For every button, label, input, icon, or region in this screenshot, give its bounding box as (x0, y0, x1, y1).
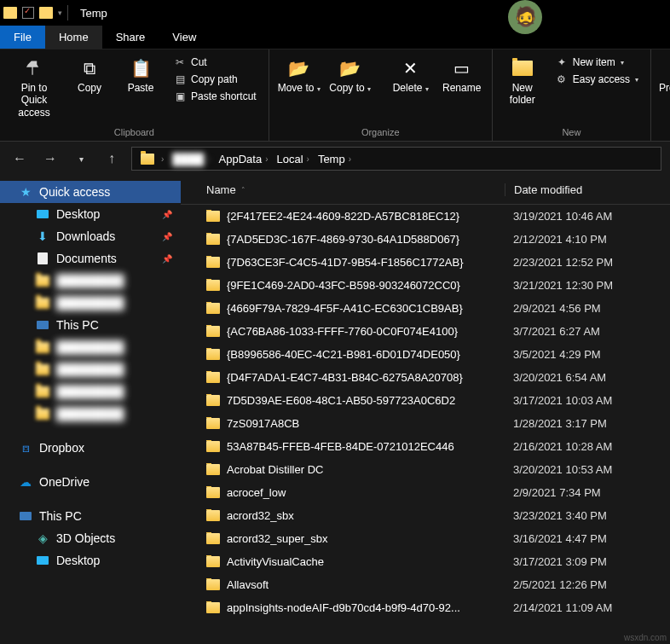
file-row[interactable]: 7D5D39AE-E608-48C1-AB50-597723A0C6D23/17… (181, 389, 670, 412)
folder-icon (206, 464, 220, 475)
copy-path-button[interactable]: ▤Copy path (170, 72, 260, 87)
file-row[interactable]: 53A87B45-FFEB-4FEB-84DE-0721012EC4462/16… (181, 435, 670, 458)
tab-file[interactable]: File (0, 26, 45, 49)
file-row[interactable]: ActivityVisualCache3/17/2021 3:09 PM (181, 550, 670, 573)
label: Copy path (191, 73, 238, 85)
sort-arrow-icon: ˄ (241, 186, 245, 194)
sidebar-item-desktop[interactable]: Desktop📌 (0, 203, 181, 225)
pin-to-quick-access-button[interactable]: Pin to Quick access (5, 53, 63, 122)
folder-icon (206, 441, 220, 452)
sidebar-item-onedrive[interactable]: ☁OneDrive (0, 471, 181, 493)
up-button[interactable]: ↑ (101, 148, 123, 170)
paste-button[interactable]: 📋 Paste (116, 53, 165, 97)
back-button[interactable]: ← (9, 148, 31, 170)
dropbox-icon: ⧈ (19, 441, 32, 455)
sidebar-item-blur5[interactable]: ████████ (0, 380, 181, 403)
breadcrumb-segment[interactable]: ████› (169, 153, 213, 165)
file-name: {D4F7ADA1-E4C7-4B31-B84C-6275A8A20708} (227, 371, 463, 384)
label: ████████ (56, 363, 124, 376)
chevron-down-icon: ▾ (317, 85, 321, 93)
history-dropdown[interactable]: ▾ (70, 148, 92, 170)
folder-icon (206, 234, 220, 245)
label: OneDrive (39, 475, 90, 489)
label: Paste (128, 82, 154, 94)
sidebar-item-downloads[interactable]: ⬇Downloads📌 (0, 225, 181, 247)
file-row[interactable]: 7zS0917A8CB1/28/2021 3:17 PM (181, 412, 670, 435)
sidebar-item-thispc2[interactable]: This PC (0, 505, 181, 527)
sidebar-item-documents[interactable]: Documents📌 (0, 247, 181, 270)
tab-view[interactable]: View (159, 26, 210, 49)
file-name: Acrobat Distiller DC (227, 463, 323, 476)
copy-to-button[interactable]: 📂 Copy to ▾ (326, 53, 375, 97)
breadcrumb-segment[interactable]: Temp› (315, 153, 355, 165)
file-row[interactable]: {2F417EE2-4E24-4609-822D-A57BC818EC12}3/… (181, 205, 670, 228)
file-row[interactable]: {B8996586-40EC-4C21-B981-6D01D74DE050}3/… (181, 343, 670, 366)
file-row[interactable]: {4669F79A-7829-4F5F-A41C-EC630C1CB9AB}2/… (181, 297, 670, 320)
sidebar-item-thispc1[interactable]: This PC (0, 314, 181, 336)
properties-button[interactable]: ✔ Properties ▾ (656, 53, 670, 97)
file-list[interactable]: {2F417EE2-4E24-4609-822D-A57BC818EC12}3/… (181, 205, 670, 644)
new-item-button[interactable]: ✦New item ▾ (552, 55, 642, 70)
label: Local (276, 153, 303, 165)
folder-icon (36, 274, 49, 287)
column-header-date[interactable]: Date modified (505, 183, 670, 196)
file-row[interactable]: {7D63CE3F-C4C5-41D7-9B54-F1856C1772AB}2/… (181, 251, 670, 274)
tab-share[interactable]: Share (102, 26, 159, 49)
sidebar-item-dropbox[interactable]: ⧈Dropbox (0, 437, 181, 459)
file-row[interactable]: appInsights-nodeAIF-d9b70cd4-b9f9-4d70-9… (181, 596, 670, 619)
file-row[interactable]: {7AD5ED3C-167F-4869-9730-64A1D588D067}2/… (181, 228, 670, 251)
file-date: 3/5/2021 4:29 PM (505, 348, 670, 361)
label: New item (573, 56, 615, 68)
file-date: 3/20/2021 6:54 AM (505, 371, 670, 384)
new-folder-button[interactable]: New folder (498, 53, 547, 110)
file-row[interactable]: {AC76BA86-1033-FFFF-7760-0C0F074E4100}3/… (181, 320, 670, 343)
rename-button[interactable]: ▭ Rename (437, 53, 487, 97)
label: Temp (318, 153, 345, 165)
sidebar-item-blur2[interactable]: ████████ (0, 292, 181, 314)
sidebar-item-quick-access[interactable]: ★Quick access (0, 181, 181, 203)
download-icon: ⬇ (36, 229, 49, 243)
file-row[interactable]: Acrobat Distiller DC3/20/2021 10:53 AM (181, 458, 670, 481)
file-name: Allavsoft (227, 578, 269, 591)
sidebar-item-blur1[interactable]: ████████ (0, 270, 181, 292)
qab-dropdown-icon[interactable]: ▾ (58, 9, 62, 17)
file-row[interactable]: {D4F7ADA1-E4C7-4B31-B84C-6275A8A20708}3/… (181, 366, 670, 389)
file-date: 2/14/2021 11:09 AM (505, 601, 670, 614)
sidebar-item-desktop2[interactable]: Desktop (0, 549, 181, 571)
move-to-button[interactable]: 📂 Move to ▾ (274, 53, 324, 97)
file-name: {9FE1C469-2AD0-43FC-B598-903246072CC0} (227, 279, 460, 292)
label: ████ (172, 153, 204, 165)
sidebar-item-blur3[interactable]: ████████ (0, 336, 181, 358)
breadcrumb-segment[interactable]: Local› (273, 153, 312, 165)
folder-icon (206, 533, 220, 544)
file-name: ActivityVisualCache (227, 555, 324, 568)
file-row[interactable]: Allavsoft2/5/2021 12:26 PM (181, 573, 670, 596)
pc-icon (36, 318, 49, 332)
sidebar-item-blur4[interactable]: ████████ (0, 358, 181, 380)
breadcrumb-segment[interactable]: › (137, 154, 167, 165)
file-row[interactable]: acrord32_sbx3/23/2021 3:40 PM (181, 504, 670, 527)
cube-icon: ◈ (36, 531, 49, 545)
file-row[interactable]: {9FE1C469-2AD0-43FC-B598-903246072CC0}3/… (181, 274, 670, 297)
sidebar-item-3dobjects[interactable]: ◈3D Objects (0, 527, 181, 549)
paste-icon: 📋 (129, 56, 153, 80)
breadcrumb-segment[interactable]: AppData› (216, 153, 272, 165)
file-row[interactable]: acrocef_low2/9/2021 7:34 PM (181, 481, 670, 504)
file-name: 7zS0917A8CB (227, 417, 299, 430)
folder-icon (206, 280, 220, 291)
file-date: 3/17/2021 10:03 AM (505, 394, 670, 407)
column-header-name[interactable]: Name˄ (181, 183, 505, 196)
copy-button[interactable]: ⧉ Copy (65, 53, 114, 97)
cut-button[interactable]: ✂Cut (170, 55, 260, 70)
sidebar-item-blur6[interactable]: ████████ (0, 403, 181, 425)
tab-home[interactable]: Home (45, 26, 102, 49)
breadcrumb-path[interactable]: ›████›AppData›Local›Temp› (131, 147, 661, 171)
forward-button[interactable]: → (39, 148, 61, 170)
easy-access-button[interactable]: ⚙Easy access ▾ (552, 72, 642, 87)
file-row[interactable]: acrord32_super_sbx3/16/2021 4:47 PM (181, 527, 670, 550)
check-icon[interactable] (22, 7, 34, 19)
file-date: 3/21/2021 12:30 PM (505, 279, 670, 292)
folder-icon (36, 363, 49, 376)
delete-button[interactable]: ✕ Delete ▾ (386, 53, 436, 97)
paste-shortcut-button[interactable]: ▣Paste shortcut (170, 89, 260, 104)
